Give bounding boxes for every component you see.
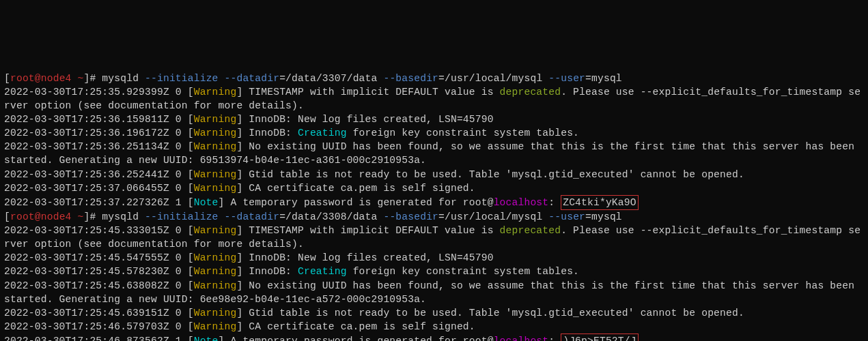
log-line-password: 2022-03-30T17:25:37.227326Z 1 [Note] A t… — [4, 197, 639, 208]
log-line: 2022-03-30T17:25:36.159811Z 0 [Warning] … — [4, 114, 494, 125]
generated-password: )J6p>ET52T/J — [561, 333, 639, 341]
log-line: 2022-03-30T17:25:45.333015Z 0 [Warning] … — [4, 225, 860, 250]
prompt-line: [root@node4 ~]# mysqld --initialize --da… — [4, 73, 622, 84]
log-line: 2022-03-30T17:25:36.251134Z 0 [Warning] … — [4, 141, 860, 166]
prompt-line: [root@node4 ~]# mysqld --initialize --da… — [4, 211, 622, 222]
log-line: 2022-03-30T17:25:46.579703Z 0 [Warning] … — [4, 321, 475, 332]
log-line: 2022-03-30T17:25:37.066455Z 0 [Warning] … — [4, 183, 475, 194]
log-line: 2022-03-30T17:25:45.547555Z 0 [Warning] … — [4, 252, 494, 263]
log-line: 2022-03-30T17:25:36.252441Z 0 [Warning] … — [4, 169, 744, 180]
log-line: 2022-03-30T17:25:35.929399Z 0 [Warning] … — [4, 87, 860, 111]
log-line: 2022-03-30T17:25:45.578230Z 0 [Warning] … — [4, 266, 579, 277]
log-line: 2022-03-30T17:25:45.638082Z 0 [Warning] … — [4, 280, 860, 305]
terminal-output[interactable]: [root@node4 ~]# mysqld --initialize --da… — [4, 58, 864, 342]
generated-password: ZC4tki*yKa9O — [561, 195, 639, 210]
log-line: 2022-03-30T17:25:45.639151Z 0 [Warning] … — [4, 308, 744, 318]
log-line-password: 2022-03-30T17:25:46.873562Z 1 [Note] A t… — [4, 336, 639, 341]
log-line: 2022-03-30T17:25:36.196172Z 0 [Warning] … — [4, 128, 579, 138]
